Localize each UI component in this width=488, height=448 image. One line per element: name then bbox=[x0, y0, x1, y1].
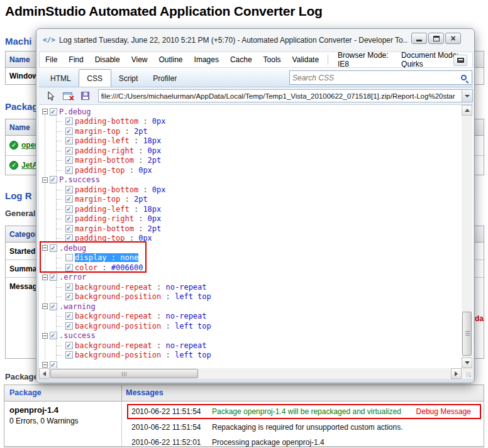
menu-outline[interactable]: Outline bbox=[153, 55, 189, 64]
tree-prop-padding-bottom[interactable]: padding-bottom : 0px bbox=[39, 185, 462, 195]
menu-validate[interactable]: Validate bbox=[287, 55, 324, 64]
close-button[interactable]: × bbox=[445, 33, 461, 44]
tree-prop-background-position[interactable]: background-position : left top bbox=[39, 321, 462, 331]
tab-script[interactable]: Script bbox=[111, 70, 146, 87]
tree-prop-background-position[interactable]: background-position : left top bbox=[39, 292, 462, 302]
property-checkbox[interactable] bbox=[65, 128, 73, 135]
minimize-button[interactable] bbox=[411, 33, 427, 44]
collapse-icon[interactable] bbox=[42, 333, 48, 339]
scroll-left-button[interactable] bbox=[39, 368, 50, 379]
property-checkbox[interactable] bbox=[65, 322, 73, 330]
resize-grip[interactable] bbox=[462, 368, 473, 379]
window-titlebar[interactable]: </> Log started Tuesday, June 22, 2010 5… bbox=[36, 29, 474, 51]
tree-group-P.success[interactable]: P.success bbox=[39, 175, 462, 185]
property-checkbox[interactable] bbox=[65, 147, 73, 155]
collapse-icon[interactable] bbox=[42, 245, 48, 251]
search-box[interactable] bbox=[289, 70, 472, 85]
collapse-icon[interactable] bbox=[42, 177, 48, 183]
tree-group-.success[interactable]: .success bbox=[39, 331, 462, 341]
property-checkbox[interactable] bbox=[65, 234, 73, 242]
menu-find[interactable]: Find bbox=[63, 55, 89, 64]
property-checkbox[interactable] bbox=[65, 156, 73, 164]
tree-prop-padding-top[interactable]: padding-top : 0px bbox=[39, 234, 462, 244]
tree-prop-margin-top[interactable]: margin-top : 2pt bbox=[39, 126, 462, 136]
property-checkbox[interactable] bbox=[65, 312, 73, 320]
property-checkbox[interactable] bbox=[65, 195, 73, 203]
tree-prop-color[interactable]: color : #006600 bbox=[39, 263, 462, 273]
rule-checkbox[interactable] bbox=[50, 332, 57, 339]
tree-prop-margin-top[interactable]: margin-top : 2pt bbox=[39, 195, 462, 205]
menu-tools[interactable]: Tools bbox=[258, 55, 287, 64]
property-checkbox[interactable] bbox=[65, 293, 73, 300]
horizontal-scroll-thumb[interactable] bbox=[50, 369, 198, 378]
rule-checkbox[interactable] bbox=[50, 303, 57, 310]
tree-prop-padding-right[interactable]: padding-right : 0px bbox=[39, 214, 462, 224]
property-checkbox[interactable] bbox=[65, 283, 73, 291]
devtools-window[interactable]: </> Log started Tuesday, June 22, 2010 5… bbox=[36, 28, 475, 383]
dropdown-button[interactable] bbox=[462, 90, 472, 102]
rule-checkbox[interactable] bbox=[50, 108, 57, 116]
vertical-scrollbar[interactable] bbox=[462, 105, 472, 368]
property-text: display : none bbox=[75, 253, 138, 262]
clear-browser-cache-button[interactable] bbox=[62, 90, 74, 102]
collapse-icon[interactable] bbox=[42, 109, 48, 114]
search-icon[interactable] bbox=[461, 75, 467, 80]
tree-group-partial[interactable] bbox=[39, 360, 462, 368]
collapse-icon[interactable] bbox=[42, 275, 48, 280]
property-checkbox[interactable] bbox=[65, 167, 73, 174]
property-checkbox[interactable] bbox=[65, 264, 73, 271]
property-checkbox[interactable] bbox=[65, 137, 73, 145]
tree-group-.error[interactable]: .error bbox=[39, 273, 462, 283]
scroll-up-button[interactable] bbox=[462, 105, 472, 116]
browser-mode-menu[interactable]: Browser Mode: IE8 bbox=[331, 51, 395, 68]
property-checkbox[interactable] bbox=[65, 215, 73, 222]
scroll-right-button[interactable] bbox=[451, 368, 462, 379]
tree-group-.warning[interactable]: .warning bbox=[39, 302, 462, 312]
tree-prop-padding-bottom[interactable]: padding-bottom : 0px bbox=[39, 117, 462, 127]
property-checkbox[interactable] bbox=[65, 205, 73, 213]
tree-prop-background-repeat[interactable]: background-repeat : no-repeat bbox=[39, 282, 462, 292]
maximize-button[interactable] bbox=[428, 33, 444, 44]
scroll-down-button[interactable] bbox=[462, 358, 472, 368]
rule-checkbox[interactable] bbox=[50, 273, 57, 281]
property-checkbox[interactable] bbox=[65, 225, 73, 232]
horizontal-scrollbar[interactable] bbox=[39, 368, 462, 379]
tab-css[interactable]: CSS bbox=[79, 69, 111, 87]
tree-prop-background-repeat[interactable]: background-repeat : no-repeat bbox=[39, 312, 462, 322]
menu-disable[interactable]: Disable bbox=[89, 55, 126, 64]
tab-profiler[interactable]: Profiler bbox=[145, 70, 184, 87]
save-button[interactable] bbox=[79, 90, 92, 102]
tree-prop-padding-left[interactable]: padding-left : 18px bbox=[39, 204, 462, 214]
rule-checkbox[interactable] bbox=[50, 176, 57, 183]
tab-html[interactable]: HTML bbox=[43, 70, 79, 87]
collapse-icon[interactable] bbox=[42, 362, 48, 368]
tree-prop-background-position[interactable]: background-position : left top bbox=[39, 351, 462, 361]
tree-group-.debug[interactable]: .debug bbox=[39, 243, 462, 253]
property-checkbox[interactable] bbox=[65, 254, 73, 261]
tree-prop-display[interactable]: display : none bbox=[39, 253, 462, 263]
tree-prop-margin-bottom[interactable]: margin-bottom : 2pt bbox=[39, 224, 462, 234]
tree-prop-padding-left[interactable]: padding-left : 18px bbox=[39, 136, 462, 146]
tree-prop-margin-bottom[interactable]: margin-bottom : 2pt bbox=[39, 156, 462, 166]
select-element-button[interactable] bbox=[44, 90, 57, 102]
collapse-icon[interactable] bbox=[42, 303, 48, 309]
menu-cache[interactable]: Cache bbox=[225, 55, 258, 64]
vertical-scroll-thumb[interactable] bbox=[462, 312, 472, 356]
tree-prop-padding-top[interactable]: padding-top : 0px bbox=[39, 165, 462, 175]
menu-file[interactable]: File bbox=[40, 55, 63, 64]
tree-prop-background-repeat[interactable]: background-repeat : no-repeat bbox=[39, 341, 462, 351]
tree-group-P.debug[interactable]: P.debug bbox=[39, 107, 462, 117]
file-address-dropdown[interactable]: file:///C:/Users/michaelurman/AppData/Lo… bbox=[98, 89, 473, 102]
rule-checkbox[interactable] bbox=[50, 244, 57, 252]
menu-view[interactable]: View bbox=[126, 55, 153, 64]
menu-images[interactable]: Images bbox=[189, 55, 225, 64]
property-checkbox[interactable] bbox=[65, 351, 73, 359]
property-checkbox[interactable] bbox=[65, 186, 73, 194]
thumb-grip bbox=[465, 331, 470, 332]
property-checkbox[interactable] bbox=[65, 342, 73, 349]
tree-prop-padding-right[interactable]: padding-right : 0px bbox=[39, 146, 462, 156]
search-input[interactable] bbox=[290, 74, 461, 82]
property-checkbox[interactable] bbox=[65, 117, 73, 125]
rule-checkbox[interactable] bbox=[50, 361, 57, 368]
pin-button[interactable] bbox=[453, 55, 467, 66]
